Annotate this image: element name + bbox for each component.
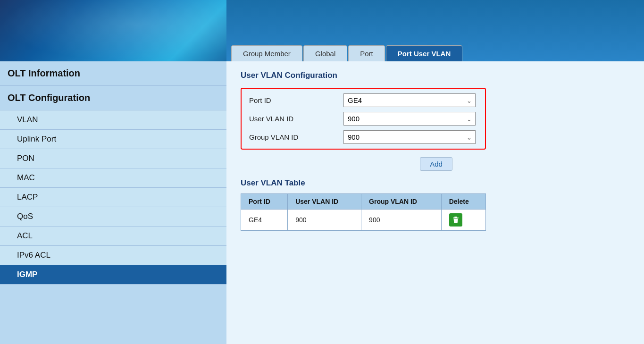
main-layout: OLT Information OLT Configuration VLAN U…	[0, 61, 644, 344]
user-vlan-id-select[interactable]: 900 100 200	[343, 112, 476, 126]
svg-rect-1	[453, 218, 459, 218]
top-banner: Group Member Global Port Port User VLAN	[0, 0, 644, 61]
banner-image	[0, 0, 226, 61]
table-row: GE4 900 900	[241, 210, 486, 231]
col-header-delete: Delete	[441, 194, 485, 210]
sidebar-item-olt-information[interactable]: OLT Information	[0, 61, 226, 86]
add-button-row: Add	[241, 157, 630, 171]
port-id-label: Port ID	[249, 96, 343, 104]
sidebar-item-qos[interactable]: QoS	[0, 207, 226, 227]
sidebar: OLT Information OLT Configuration VLAN U…	[0, 61, 226, 344]
group-vlan-id-select-wrapper: 900 100 200 ⌄	[343, 130, 476, 144]
col-header-user-vlan-id: User VLAN ID	[288, 194, 361, 210]
delete-icon[interactable]	[449, 213, 462, 227]
sidebar-item-uplink-port[interactable]: Uplink Port	[0, 130, 226, 149]
svg-rect-3	[456, 219, 456, 222]
sidebar-item-mac[interactable]: MAC	[0, 168, 226, 188]
config-box: Port ID GE4 GE1 GE2 GE3 ⌄ User VLAN ID 9…	[241, 88, 486, 150]
table-section-title: User VLAN Table	[241, 178, 630, 188]
group-vlan-id-select[interactable]: 900 100 200	[343, 130, 476, 144]
user-vlan-id-label: User VLAN ID	[249, 115, 343, 123]
sidebar-item-lacp[interactable]: LACP	[0, 188, 226, 207]
cell-group-vlan-id: 900	[361, 210, 442, 231]
vlan-table: Port ID User VLAN ID Group VLAN ID Delet…	[241, 193, 486, 231]
group-vlan-id-label: Group VLAN ID	[249, 133, 343, 141]
cell-port-id: GE4	[241, 210, 288, 231]
sidebar-item-acl[interactable]: ACL	[0, 227, 226, 246]
config-row-user-vlan-id: User VLAN ID 900 100 200 ⌄	[249, 112, 477, 126]
sidebar-item-pon[interactable]: PON	[0, 149, 226, 168]
sidebar-item-ipv6-acl[interactable]: IPv6 ACL	[0, 246, 226, 265]
config-row-group-vlan-id: Group VLAN ID 900 100 200 ⌄	[249, 130, 477, 144]
config-row-port-id: Port ID GE4 GE1 GE2 GE3 ⌄	[249, 93, 477, 107]
port-id-select[interactable]: GE4 GE1 GE2 GE3	[343, 93, 476, 107]
sidebar-item-olt-configuration[interactable]: OLT Configuration	[0, 86, 226, 110]
port-id-select-wrapper: GE4 GE1 GE2 GE3 ⌄	[343, 93, 476, 107]
svg-rect-0	[454, 217, 457, 218]
content-area: User VLAN Configuration Port ID GE4 GE1 …	[226, 61, 644, 344]
col-header-group-vlan-id: Group VLAN ID	[361, 194, 442, 210]
banner-tabs: Group Member Global Port Port User VLAN	[226, 0, 644, 61]
sidebar-item-vlan[interactable]: VLAN	[0, 110, 226, 130]
tab-global[interactable]: Global	[303, 45, 347, 61]
svg-rect-2	[455, 219, 455, 222]
add-button[interactable]: Add	[420, 157, 452, 171]
tab-group-member[interactable]: Group Member	[231, 45, 302, 61]
tab-port[interactable]: Port	[348, 45, 385, 61]
cell-user-vlan-id: 900	[288, 210, 361, 231]
cell-delete	[441, 210, 485, 231]
tab-port-user-vlan[interactable]: Port User VLAN	[386, 45, 463, 61]
col-header-port-id: Port ID	[241, 194, 288, 210]
user-vlan-id-select-wrapper: 900 100 200 ⌄	[343, 112, 476, 126]
config-section-title: User VLAN Configuration	[241, 71, 630, 80]
sidebar-item-igmp[interactable]: IGMP	[0, 265, 226, 285]
